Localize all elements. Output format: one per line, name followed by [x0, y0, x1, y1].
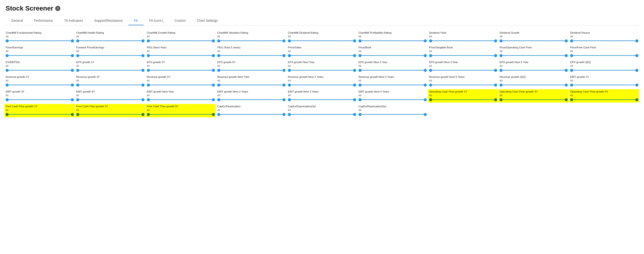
filter-slider[interactable]	[500, 68, 568, 72]
filter-label: Price/Operating Cash Flow	[500, 46, 568, 49]
filter-label: ChartMill Growth Rating	[147, 31, 215, 34]
filter-item: EPS growth 1YAll	[76, 60, 144, 72]
filter-item: EBIT growth Next 3 YearsAll	[288, 90, 356, 102]
filter-label: EV/EBITDA	[6, 60, 74, 64]
filter-slider[interactable]	[217, 68, 286, 72]
filter-slider[interactable]	[358, 53, 427, 58]
filter-slider[interactable]	[570, 53, 638, 58]
filter-slider[interactable]	[500, 83, 568, 87]
filter-slider[interactable]	[288, 112, 356, 117]
filter-label: Revenue growth 1Y	[6, 75, 74, 79]
filter-slider[interactable]	[76, 39, 144, 43]
filter-slider[interactable]	[76, 112, 144, 117]
filter-slider[interactable]	[570, 68, 638, 72]
filter-slider[interactable]	[217, 53, 286, 58]
filter-slider[interactable]	[147, 98, 215, 102]
filter-slider[interactable]	[147, 83, 215, 87]
filter-value: All	[217, 64, 286, 67]
filter-slider[interactable]	[147, 53, 215, 58]
filter-item: Forward Price/EarningsAll	[76, 46, 144, 58]
filter-slider[interactable]	[6, 39, 74, 43]
filter-slider[interactable]	[76, 68, 144, 72]
filter-item: EBIT growth 3YAll	[6, 90, 74, 102]
filter-value: All	[217, 35, 286, 38]
filter-label: Dividend Payout	[570, 31, 638, 34]
filter-value: All	[500, 79, 568, 82]
filter-value: All	[147, 94, 215, 97]
tab-bar: GeneralPerformanceTA IndicatorsSupport/R…	[6, 16, 638, 25]
help-icon[interactable]: ?	[55, 6, 60, 11]
filter-value: All	[570, 64, 638, 67]
filter-slider[interactable]	[217, 83, 286, 87]
filter-slider[interactable]	[76, 98, 144, 102]
filter-slider[interactable]	[429, 39, 498, 43]
tab-support-resistance[interactable]: Support/Resistance	[89, 16, 128, 25]
filter-slider[interactable]	[288, 68, 356, 72]
filter-value: All	[6, 109, 74, 111]
filter-label: Revenue growth Next Year	[217, 75, 286, 79]
tab-custom[interactable]: Custom	[169, 16, 191, 25]
filter-slider[interactable]	[358, 68, 427, 72]
filter-slider[interactable]	[6, 83, 74, 87]
filter-slider[interactable]	[217, 112, 286, 117]
filter-value: All	[147, 50, 215, 53]
filter-value: All	[500, 64, 568, 67]
filter-value: All	[288, 94, 356, 97]
filter-label: EBIT growth Next 2 Years	[217, 90, 286, 93]
filter-item: PEG (Next Year)All	[147, 46, 215, 58]
filter-slider[interactable]	[147, 39, 215, 43]
filter-label: Price/Book	[358, 46, 427, 49]
filter-slider[interactable]	[500, 53, 568, 58]
filter-slider[interactable]	[500, 39, 568, 43]
filter-item: Revenue growth Next YearAll	[217, 75, 286, 87]
filter-slider[interactable]	[429, 83, 498, 87]
filter-value: All	[147, 64, 215, 67]
filter-label: PEG (Past 5 years)	[217, 46, 286, 49]
filter-value: All	[6, 94, 74, 97]
filter-slider[interactable]	[6, 112, 74, 117]
filter-item: Revenue growth Q2QAll	[500, 75, 568, 87]
filter-slider[interactable]	[217, 98, 286, 102]
tab-performance[interactable]: Performance	[28, 16, 58, 25]
filter-slider[interactable]	[358, 39, 427, 43]
tab-chart-settings[interactable]: Chart Settings	[191, 16, 223, 25]
filter-slider[interactable]	[288, 98, 356, 102]
filter-slider[interactable]	[429, 68, 498, 72]
filter-slider[interactable]	[358, 112, 427, 117]
tab-ta-indicators[interactable]: TA Indicators	[58, 16, 89, 25]
filter-slider[interactable]	[288, 39, 356, 43]
filter-slider[interactable]	[570, 98, 638, 102]
filter-item: EV/EBITDAAll	[6, 60, 74, 72]
filter-slider[interactable]	[358, 98, 427, 102]
filter-item: Revenue growth Next 2 YearsAll	[288, 75, 356, 87]
tab-fa[interactable]: FA	[128, 16, 144, 25]
filter-slider[interactable]	[358, 83, 427, 87]
tab-fa-cont[interactable]: FA (cont.)	[144, 16, 169, 25]
filter-slider[interactable]	[147, 68, 215, 72]
filter-label: CapEx/Deprecation	[217, 105, 286, 108]
filter-slider[interactable]	[570, 39, 638, 43]
filter-slider[interactable]	[76, 83, 144, 87]
filter-slider[interactable]	[288, 53, 356, 58]
filter-slider[interactable]	[217, 39, 286, 43]
filter-label: EPS growth Q2Q	[570, 60, 638, 64]
filter-label: Revenue growth 3Y	[76, 75, 144, 79]
filter-value: All	[6, 79, 74, 82]
filter-slider[interactable]	[6, 98, 74, 102]
tab-general[interactable]: General	[6, 16, 28, 25]
filter-slider[interactable]	[429, 53, 498, 58]
filter-grid: ChartMill Fundamental RatingAllChartMill…	[6, 30, 638, 118]
filter-item: Price/Free Cash FlowAll	[570, 46, 638, 58]
page-title: Stock Screener	[6, 5, 53, 12]
filter-slider[interactable]	[6, 68, 74, 72]
filter-slider[interactable]	[570, 83, 638, 87]
filter-item: EBIT growth 5YAll	[76, 90, 144, 102]
filter-slider[interactable]	[429, 98, 498, 102]
filter-slider[interactable]	[288, 83, 356, 87]
filter-slider[interactable]	[6, 53, 74, 58]
filter-item: Dividend YieldAll	[429, 31, 498, 43]
filter-slider[interactable]	[147, 112, 215, 117]
filter-label: Free Cash Flow growth 5Y	[147, 105, 215, 108]
filter-slider[interactable]	[76, 53, 144, 58]
filter-slider[interactable]	[500, 98, 568, 102]
